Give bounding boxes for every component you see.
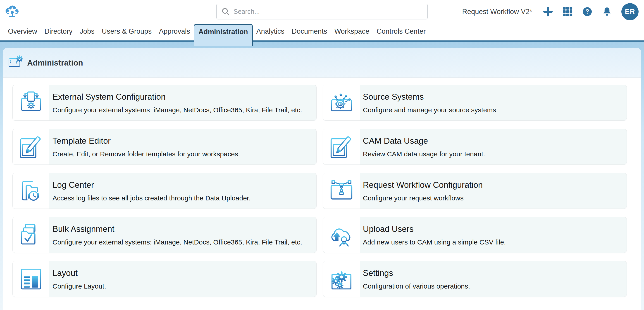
main-nav: Overview Directory Jobs Users & Groups A… <box>0 23 644 42</box>
apps-grid-button[interactable] <box>562 6 573 17</box>
card-title: External System Configuration <box>52 92 302 102</box>
user-avatar[interactable]: ER <box>621 3 638 20</box>
question-mark-icon: ? <box>582 6 593 17</box>
administration-icon <box>8 55 23 70</box>
template-editor-icon <box>13 129 49 164</box>
card-request-workflow-configuration[interactable]: Request Workflow Configuration Configure… <box>323 173 627 209</box>
card-description: Configuration of various operations. <box>363 282 470 291</box>
tab-workspace[interactable]: Workspace <box>331 27 373 40</box>
cam-data-usage-icon <box>323 129 360 164</box>
card-description: Add new users to CAM using a simple CSV … <box>363 237 506 247</box>
add-button[interactable] <box>543 6 553 17</box>
card-cam-data-usage[interactable]: CAM Data Usage Review CAM data usage for… <box>323 129 627 165</box>
request-workflow-config-icon <box>323 173 360 209</box>
page-background: Administration <box>0 42 644 310</box>
card-layout[interactable]: Layout Configure Layout. <box>12 261 316 297</box>
page-title: Administration <box>27 58 83 67</box>
tab-administration[interactable]: Administration <box>194 24 253 46</box>
tab-approvals[interactable]: Approvals <box>155 27 194 40</box>
card-title: Layout <box>52 268 106 278</box>
layout-icon <box>13 261 49 297</box>
tab-analytics[interactable]: Analytics <box>253 27 288 40</box>
card-template-editor[interactable]: Template Editor Create, Edit, or Remove … <box>12 129 316 165</box>
card-title: Bulk Assignment <box>52 224 302 234</box>
tab-jobs[interactable]: Jobs <box>76 27 98 40</box>
topbar: Request Workflow V2* ? <box>0 0 644 23</box>
card-bulk-assignment[interactable]: Bulk Assignment Configure your external … <box>12 217 316 253</box>
tab-directory[interactable]: Directory <box>41 27 76 40</box>
card-description: Configure your external systems: iManage… <box>52 105 302 115</box>
card-title: CAM Data Usage <box>363 136 485 146</box>
card-description: Review CAM data usage for your tenant. <box>363 149 485 158</box>
card-title: Source Systems <box>363 92 496 102</box>
card-upload-users[interactable]: Upload Users Add new users to CAM using … <box>323 217 627 253</box>
card-title: Settings <box>363 268 470 278</box>
topbar-actions: Request Workflow V2* ? <box>462 0 638 23</box>
tab-controls-center[interactable]: Controls Center <box>373 27 429 40</box>
search-icon <box>221 7 230 16</box>
external-system-config-icon <box>13 85 49 120</box>
settings-icon <box>323 261 360 297</box>
svg-text:?: ? <box>586 8 589 15</box>
plus-icon <box>543 6 553 17</box>
card-title: Upload Users <box>363 224 506 234</box>
current-workflow-label[interactable]: Request Workflow V2* <box>462 8 532 16</box>
card-external-system-configuration[interactable]: External System Configuration Configure … <box>12 85 316 121</box>
tab-users-groups[interactable]: Users & Groups <box>98 27 156 40</box>
tab-overview[interactable]: Overview <box>4 27 41 40</box>
card-log-center[interactable]: Log Center Access log files to see all j… <box>12 173 316 209</box>
card-description: Configure your request workflows <box>363 193 483 203</box>
card-description: Configure your external systems: iManage… <box>52 237 302 247</box>
search-box <box>216 3 428 19</box>
card-title: Log Center <box>52 180 251 190</box>
bulk-assignment-icon <box>13 217 49 253</box>
grid-icon <box>562 6 573 17</box>
search-input[interactable] <box>234 8 423 15</box>
administration-panel: Administration <box>3 48 641 310</box>
card-title: Request Workflow Configuration <box>363 180 483 190</box>
card-description: Configure and manage your source systems <box>363 105 496 115</box>
card-description: Configure Layout. <box>52 282 106 291</box>
source-systems-icon <box>323 85 360 120</box>
upload-users-icon <box>323 217 360 253</box>
card-description: Access log files to see all jobs created… <box>52 193 251 203</box>
bell-icon <box>602 6 612 17</box>
admin-cards-grid: External System Configuration Configure … <box>3 78 641 297</box>
log-center-icon <box>13 173 49 209</box>
tab-documents[interactable]: Documents <box>288 27 331 40</box>
app-logo-icon[interactable] <box>4 3 21 21</box>
panel-header: Administration <box>3 48 641 78</box>
card-title: Template Editor <box>52 136 240 146</box>
card-source-systems[interactable]: Source Systems Configure and manage your… <box>323 85 627 121</box>
card-settings[interactable]: Settings Configuration of various operat… <box>323 261 627 297</box>
card-description: Create, Edit, or Remove folder templates… <box>52 149 240 158</box>
help-button[interactable]: ? <box>582 6 593 17</box>
notifications-button[interactable] <box>602 6 612 17</box>
